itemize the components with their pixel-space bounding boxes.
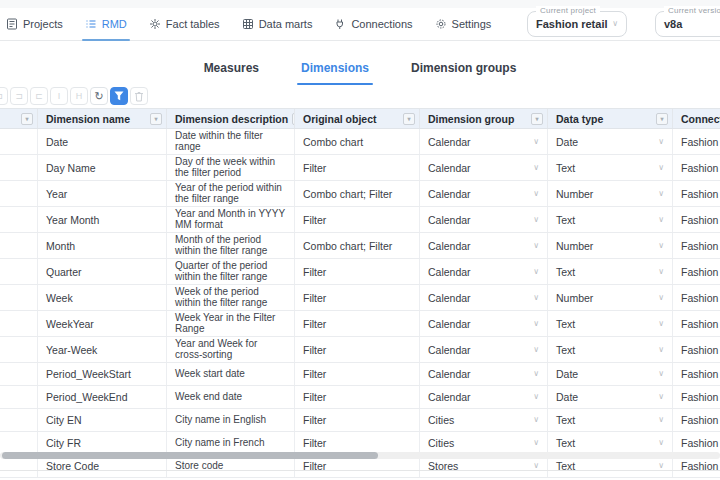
table-row[interactable]: Period_WeekEnd Week end date Filter Cale… [0,386,720,409]
dimension-description-cell[interactable]: Year and Month in YYYY MM format [167,207,295,232]
connected-source-cell[interactable]: Fashion retail [673,259,720,284]
dimension-group-select[interactable]: Calendar ∨ [420,386,548,408]
column-header-dimension-description[interactable]: Dimension description ▾ [167,109,295,128]
connected-source-cell[interactable]: Fashion retail [673,386,720,408]
tab-dimensions[interactable]: Dimensions [297,57,373,85]
original-object-cell[interactable]: Filter [295,155,420,180]
data-type-select[interactable]: Date ∨ [548,386,673,408]
dimension-description-cell[interactable]: City name in English [167,409,295,431]
data-type-select[interactable]: Text ∨ [548,337,673,362]
connected-source-cell[interactable]: Fashion retail [673,409,720,431]
connected-source-cell[interactable]: Fashion retail [673,285,720,310]
dimension-group-select[interactable]: Calendar ∨ [420,259,548,284]
refresh-button[interactable]: ↻ [90,87,108,105]
table-row[interactable]: Day Name Day of the week within the filt… [0,155,720,181]
filter-icon[interactable]: ▾ [150,113,162,125]
connected-source-cell[interactable]: Fashion retail [673,207,720,232]
dimension-description-cell[interactable]: City name in French [167,432,295,454]
data-type-select[interactable]: Text ∨ [548,155,673,180]
dimension-name-cell[interactable]: Month [38,233,167,258]
dimension-name-cell[interactable]: City FR [38,432,167,454]
dimension-name-cell[interactable]: Period_WeekEnd [38,386,167,408]
dimension-name-cell[interactable]: Date [38,129,167,154]
dimension-name-cell[interactable]: Year [38,181,167,206]
resize-button[interactable]: H [70,87,88,105]
dimension-group-select[interactable]: Cities ∨ [420,409,548,431]
horizontal-scrollbar[interactable] [0,452,720,460]
table-row[interactable]: City EN City name in English Filter Citi… [0,409,720,432]
partial-toolbar-button[interactable]: ⊐ [0,87,8,105]
dimension-description-cell[interactable]: Week start date [167,363,295,385]
dimension-description-cell[interactable]: Date within the filter range [167,129,295,154]
column-header-original-object[interactable]: Original object ▾ [295,109,420,128]
data-type-select[interactable]: Number ∨ [548,233,673,258]
filter-icon[interactable]: ▾ [403,113,415,125]
table-row[interactable]: Year Year of the period within the filte… [0,181,720,207]
table-row[interactable]: Quarter Quarter of the period within the… [0,259,720,285]
current-version-select[interactable]: Current version v8a [655,11,720,37]
dimension-description-cell[interactable]: Year and Week for cross-sorting [167,337,295,362]
dimension-name-cell[interactable]: Day Name [38,155,167,180]
filter-button[interactable] [110,87,128,105]
dimension-group-select[interactable]: Calendar ∨ [420,285,548,310]
nav-item-projects[interactable]: Projects [6,8,74,40]
dimension-name-cell[interactable]: City EN [38,409,167,431]
original-object-cell[interactable]: Filter [295,363,420,385]
table-row[interactable]: Period_WeekStart Week start date Filter … [0,363,720,386]
dimension-group-select[interactable]: Calendar ∨ [420,155,548,180]
table-row[interactable]: Month Month of the period within the fil… [0,233,720,259]
table-row[interactable]: Date Date within the filter range Combo … [0,129,720,155]
dimension-description-cell[interactable]: Day of the week within the filter period [167,155,295,180]
nav-item-connections[interactable]: Connections [323,8,423,40]
dimension-group-select[interactable]: Calendar ∨ [420,181,548,206]
dimension-name-cell[interactable]: Year Month [38,207,167,232]
dimension-name-cell[interactable]: WeekYear [38,311,167,336]
column-header-dimension-name[interactable]: Dimension name ▾ [38,109,167,128]
dimension-group-select[interactable]: Calendar ∨ [420,363,548,385]
connected-source-cell[interactable]: Fashion retail [673,155,720,180]
connected-source-cell[interactable]: Fashion retail [673,432,720,454]
dimension-group-select[interactable]: Calendar ∨ [420,233,548,258]
dimension-group-select[interactable]: Calendar ∨ [420,337,548,362]
dimension-description-cell[interactable]: Week Year in the Filter Range [167,311,295,336]
original-object-cell[interactable]: Filter [295,311,420,336]
edit-cell-button[interactable]: I [50,87,68,105]
data-type-select[interactable]: Number ∨ [548,285,673,310]
dimension-name-cell[interactable]: Period_WeekStart [38,363,167,385]
insert-column-button[interactable]: ⊐ [10,87,28,105]
data-type-select[interactable]: Date ∨ [548,363,673,385]
data-type-select[interactable]: Number ∨ [548,181,673,206]
connected-source-cell[interactable]: Fashion retail [673,233,720,258]
tab-dimension-groups[interactable]: Dimension groups [407,57,520,85]
tab-measures[interactable]: Measures [200,57,263,85]
original-object-cell[interactable]: Filter [295,285,420,310]
table-row[interactable]: Year Month Year and Month in YYYY MM for… [0,207,720,233]
nav-item-data-marts[interactable]: Data marts [231,8,324,40]
original-object-cell[interactable]: Combo chart [295,129,420,154]
table-row[interactable]: WeekYear Week Year in the Filter Range F… [0,311,720,337]
data-type-select[interactable]: Text ∨ [548,259,673,284]
dimension-description-cell[interactable]: Month of the period within the filter ra… [167,233,295,258]
connected-source-cell[interactable]: Fashion retail [673,337,720,362]
original-object-cell[interactable]: Filter [295,409,420,431]
column-header-dimension-group[interactable]: Dimension group ▾ [420,109,548,128]
original-object-cell[interactable]: Combo chart; Filter [295,233,420,258]
dimension-name-cell[interactable]: Year-Week [38,337,167,362]
dimension-description-cell[interactable]: Quarter of the period within the filter … [167,259,295,284]
insert-row-button[interactable]: ⊏ [30,87,48,105]
data-type-select[interactable]: Text ∨ [548,207,673,232]
column-header-data-type[interactable]: Data type ▾ [548,109,673,128]
dimension-group-select[interactable]: Calendar ∨ [420,207,548,232]
delete-button[interactable] [130,87,148,105]
original-object-cell[interactable]: Filter [295,386,420,408]
original-object-cell[interactable]: Combo chart; Filter [295,181,420,206]
nav-item-fact-tables[interactable]: Fact tables [138,8,231,40]
table-row[interactable]: Week Week of the period within the filte… [0,285,720,311]
dimension-description-cell[interactable]: Year of the period within the filter ran… [167,181,295,206]
data-type-select[interactable]: Date ∨ [548,129,673,154]
original-object-cell[interactable]: Filter [295,207,420,232]
current-project-select[interactable]: Current project Fashion retail ∨ [527,11,627,37]
connected-source-cell[interactable]: Fashion retail [673,311,720,336]
filter-icon[interactable]: ▾ [21,113,33,125]
table-row[interactable]: Year-Week Year and Week for cross-sortin… [0,337,720,363]
